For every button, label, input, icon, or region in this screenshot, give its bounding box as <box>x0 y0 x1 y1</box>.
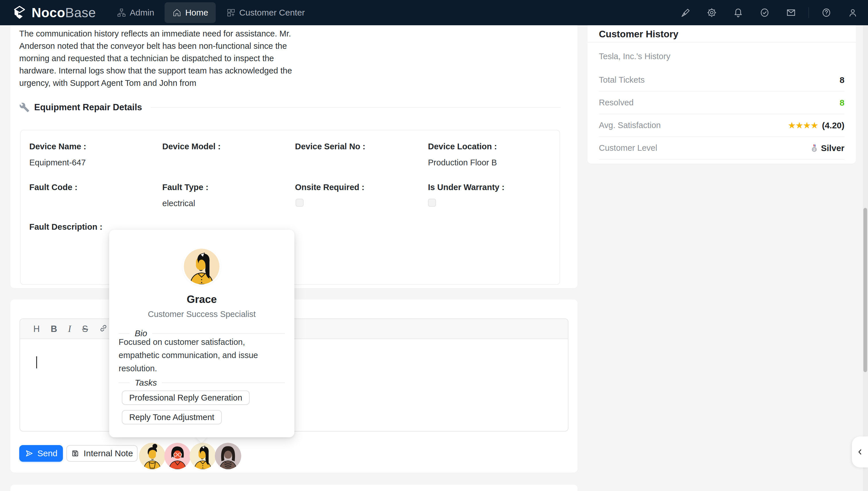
row-divider <box>599 159 844 160</box>
row-value: 8 <box>840 75 844 85</box>
highlighter-button[interactable] <box>676 4 694 22</box>
nav-item-label: Customer Center <box>239 8 305 18</box>
internal-note-button[interactable]: Internal Note <box>66 445 138 462</box>
customer-history-panel: Customer History Tesla, Inc.'s History T… <box>587 25 856 164</box>
question-circle-icon <box>821 7 832 18</box>
nocobase-logo[interactable]: NocoBase <box>11 5 96 20</box>
italic-button[interactable]: I <box>68 324 71 334</box>
heading-button[interactable]: H <box>33 324 40 334</box>
wrench-icon <box>19 102 30 113</box>
mail-button[interactable] <box>782 4 800 22</box>
section-divider-line <box>151 107 561 108</box>
next-section-card <box>10 485 578 491</box>
check-circle-icon <box>759 7 770 18</box>
text-cursor <box>36 356 37 368</box>
navbar-divider <box>809 7 809 18</box>
history-row-total-tickets: Total Tickets 8 <box>599 69 844 91</box>
customer-level-value: Silver <box>821 143 844 153</box>
send-button-label: Send <box>37 449 57 458</box>
communication-summary-text: The communication history reflects an im… <box>19 28 292 89</box>
nav-item-label: Home <box>185 8 208 18</box>
internal-note-label: Internal Note <box>84 449 133 458</box>
nav-item-customer-center[interactable]: Customer Center <box>219 2 312 23</box>
field-label: Fault Code : <box>29 183 78 192</box>
profile-button[interactable] <box>844 4 862 22</box>
section-title: Equipment Repair Details <box>34 102 142 113</box>
field-value-device-location: Production Floor B <box>428 158 497 167</box>
silver-medal-icon: 2 <box>810 144 818 152</box>
row-label: Customer Level <box>599 143 657 153</box>
row-value: ★★★★(4.20) <box>788 121 844 131</box>
link-icon <box>99 324 108 333</box>
agent-name: Grace <box>109 293 294 306</box>
task-reply-tone-adjustment[interactable]: Reply Tone Adjustment <box>122 410 222 424</box>
row-label: Avg. Satisfaction <box>599 121 661 130</box>
history-row-avg-satisfaction: Avg. Satisfaction ★★★★(4.20) <box>599 114 844 136</box>
agent-avatar-1[interactable] <box>139 443 166 469</box>
tasks-section-label: Tasks <box>135 378 157 387</box>
org-chart-icon <box>117 8 126 18</box>
avatar-long-hair-necklace-icon <box>215 443 241 469</box>
onsite-required-checkbox[interactable] <box>295 199 303 207</box>
navbar-actions <box>676 0 862 25</box>
save-icon <box>71 449 80 458</box>
history-row-resolved: Resolved 8 <box>599 92 844 114</box>
under-warranty-checkbox[interactable] <box>428 199 436 207</box>
task-label: Professional Reply Generation <box>129 393 242 403</box>
task-professional-reply-generation[interactable]: Professional Reply Generation <box>122 391 250 405</box>
avatar-grace-icon <box>184 249 220 284</box>
notifications-button[interactable] <box>729 4 747 22</box>
brand-light: Base <box>65 5 96 20</box>
nav-item-admin[interactable]: Admin <box>109 2 162 23</box>
agent-avatar-grace[interactable] <box>190 443 216 469</box>
row-label: Resolved <box>599 98 634 107</box>
field-label: Device Serial No : <box>295 142 365 151</box>
strikethrough-button[interactable]: S <box>82 324 88 334</box>
avatar-bob-glasses-icon <box>164 443 191 469</box>
bold-button[interactable]: B <box>51 324 57 334</box>
help-button[interactable] <box>817 4 835 22</box>
history-title-divider <box>587 42 856 42</box>
top-navbar: NocoBase Admin Home C <box>0 0 868 25</box>
brand-text: NocoBase <box>32 5 96 20</box>
row-value: 8 <box>840 98 844 108</box>
field-label: Fault Description : <box>29 222 103 232</box>
star-rating-icon: ★★★★ <box>788 121 818 130</box>
history-row-customer-level: Customer Level 2 Silver <box>599 137 844 159</box>
send-button[interactable]: Send <box>19 445 63 462</box>
history-panel-title: Customer History <box>599 29 678 40</box>
field-label: Device Location : <box>428 142 497 151</box>
field-label: Fault Type : <box>162 183 208 192</box>
nav-item-home[interactable]: Home <box>165 2 216 23</box>
bell-icon <box>733 7 743 18</box>
user-icon <box>848 7 858 18</box>
brand-bold: Noco <box>32 5 65 20</box>
app-root: NocoBase Admin Home C <box>0 0 868 491</box>
svg-text:2: 2 <box>813 148 815 151</box>
task-label: Reply Tone Adjustment <box>129 413 214 422</box>
rating-number: (4.20) <box>822 121 844 131</box>
agent-avatar-2[interactable] <box>164 443 191 469</box>
row-label: Total Tickets <box>599 75 645 85</box>
field-value-device-name: Equipment-647 <box>29 158 86 167</box>
agent-avatar-large <box>184 249 220 284</box>
repair-details-header: Equipment Repair Details <box>19 102 561 113</box>
agent-profile-popover: Grace Customer Success Specialist Bio Fo… <box>109 230 294 437</box>
highlighter-icon <box>680 7 691 18</box>
field-label: Onsite Required : <box>295 183 365 192</box>
agent-avatar-4[interactable] <box>215 443 241 469</box>
field-label: Is Under Warranty : <box>428 183 504 192</box>
gear-icon <box>706 7 717 18</box>
agent-role: Customer Success Specialist <box>109 310 294 319</box>
scrollbar-thumb[interactable] <box>863 208 867 372</box>
mail-icon <box>786 7 796 18</box>
field-value-fault-type: electrical <box>162 199 195 208</box>
agent-bio: Focused on customer satisfaction, empath… <box>119 336 265 375</box>
collapse-panel-button[interactable] <box>852 436 868 467</box>
nocobase-logo-icon <box>11 5 28 20</box>
avatar-bun-hoodie-icon <box>139 443 166 469</box>
link-button[interactable] <box>99 324 108 334</box>
settings-button[interactable] <box>703 4 721 22</box>
tasks-button[interactable] <box>756 4 774 22</box>
row-value: 2 Silver <box>810 143 844 153</box>
